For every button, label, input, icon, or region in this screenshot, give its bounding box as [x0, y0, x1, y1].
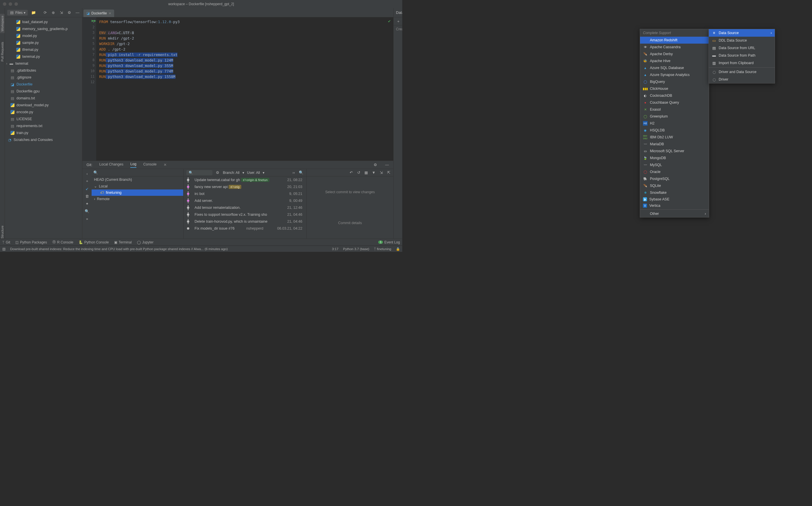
python-icon: [16, 55, 20, 59]
tree-file: train.py: [5, 130, 82, 136]
terminal-icon: ▣: [114, 240, 117, 244]
gear-icon[interactable]: ⚙: [373, 163, 378, 167]
git-tool-window: Git: Local Changes Log Console ✕ ⚙ — ‹ ＋…: [82, 161, 393, 239]
event-badge: 1: [378, 241, 383, 244]
tree-file: model.py: [5, 32, 82, 39]
r-icon: Ⓡ: [52, 240, 56, 245]
gear-icon[interactable]: ⚙: [215, 170, 220, 175]
tree-file: ▤LICENSE: [5, 115, 82, 122]
python-packages-button[interactable]: ◫Python Packages: [15, 240, 47, 244]
python-icon: [10, 103, 14, 107]
tree-file: ▤domains.txt: [5, 95, 82, 102]
search-icon: 🔍: [189, 171, 193, 175]
db-hint-text: Create a data source with: [396, 27, 402, 31]
window-title: workspace – Dockerfile [nshepperd_gpt_2]: [168, 2, 234, 6]
branch-head[interactable]: HEAD (Current Branch): [92, 176, 183, 183]
gutter[interactable]: 123 456 789 101112: [82, 17, 96, 161]
group-icon[interactable]: ▦: [364, 170, 368, 175]
python-console-button[interactable]: 🐍Python Console: [79, 240, 109, 244]
branch-remote[interactable]: ›Remote: [92, 196, 183, 202]
structure-tool-button[interactable]: Structure: [1, 226, 4, 239]
add-datasource-icon[interactable]: ＋: [396, 19, 400, 24]
cherry-pick-icon[interactable]: ↶: [349, 170, 353, 175]
python-icon: [16, 48, 20, 52]
filter-icon[interactable]: ▼: [371, 170, 376, 175]
file-icon: ▤: [10, 75, 15, 80]
branch-icon: ᛘ: [2, 240, 4, 244]
editor-tabbar: ◪ Dockerfile ✕: [82, 8, 393, 17]
git-tab-console[interactable]: Console: [143, 162, 157, 168]
log-search-input[interactable]: 🔍: [187, 170, 212, 175]
database-explorer-panel: Database Explorer ⊕ ⇲ ⇱ ⚙ — ＋ ⧉ ⟳ ✦ ■ ▦ …: [393, 8, 402, 239]
git-button[interactable]: ᛘGit: [2, 240, 10, 244]
add-icon[interactable]: ＋: [85, 179, 89, 183]
chevron-right-icon: ›: [94, 197, 95, 201]
editor-tab[interactable]: ◪ Dockerfile ✕: [83, 9, 114, 17]
package-icon: ◫: [15, 240, 18, 244]
checkout-icon[interactable]: ↙: [85, 186, 89, 191]
interpreter-selector[interactable]: Python 3.7 (base): [343, 247, 369, 251]
expand-icon[interactable]: ⇲: [379, 170, 383, 175]
search-icon[interactable]: 🔍: [85, 209, 89, 214]
cursor-position[interactable]: 3:17: [332, 247, 339, 251]
git-log-list[interactable]: Update twremat.cabal for gh 🏷 origin & f…: [183, 176, 306, 239]
python-icon: [16, 27, 20, 31]
pull-requests-tool-button[interactable]: Pull Requests: [1, 42, 4, 62]
jupyter-button[interactable]: ◯Jupyter: [137, 240, 153, 244]
search-icon[interactable]: 🔍: [93, 170, 98, 175]
gear-icon[interactable]: ⚙: [67, 10, 72, 15]
git-tab-local[interactable]: Local Changes: [99, 162, 123, 168]
inspections-ok-icon[interactable]: ✔: [388, 19, 391, 23]
branch-filter[interactable]: Branch: All: [223, 171, 239, 175]
tree-folder: ›▬twremat: [5, 60, 82, 67]
revert-icon[interactable]: ↺: [356, 170, 361, 175]
scratches-icon: ◔: [7, 138, 12, 142]
lock-icon[interactable]: 🔒: [396, 247, 400, 251]
file-icon: ▤: [10, 68, 15, 73]
target-icon[interactable]: ⊕: [51, 10, 56, 15]
refresh-icon[interactable]: ⟳: [43, 10, 48, 15]
file-icon: ▤: [10, 117, 15, 121]
maximize-window-button[interactable]: [14, 2, 18, 6]
status-menu-icon[interactable]: ▤: [2, 247, 5, 251]
delete-icon[interactable]: 🗑: [85, 194, 89, 198]
more-icon[interactable]: »: [85, 216, 89, 221]
tree-file: download_model.py: [5, 102, 82, 108]
fetch-icon[interactable]: ✦: [85, 201, 89, 206]
more-icon[interactable]: ››: [291, 170, 296, 175]
search-icon[interactable]: 🔍: [299, 170, 303, 175]
branch-finetuning[interactable]: 🏷finetuning: [92, 189, 183, 196]
back-icon[interactable]: ‹: [85, 171, 89, 176]
run-gutter-icon[interactable]: ▶▶: [92, 19, 96, 22]
file-icon: ▤: [10, 123, 15, 128]
event-log-button[interactable]: 1Event Log: [378, 240, 400, 244]
collapse-icon[interactable]: ⇲: [59, 10, 64, 15]
bottom-toolbar: ᛘGit ◫Python Packages ⓇR Console 🐍Python…: [0, 239, 402, 246]
close-tab-icon[interactable]: ✕: [163, 163, 167, 167]
new-folder-icon[interactable]: 📁: [31, 10, 36, 15]
hide-icon[interactable]: —: [385, 163, 389, 167]
python-icon: [16, 20, 20, 24]
chevron-right-icon[interactable]: ›: [6, 62, 7, 66]
close-window-button[interactable]: [3, 2, 6, 6]
collapse-icon[interactable]: ⇱: [386, 170, 391, 175]
r-console-button[interactable]: ⓇR Console: [52, 240, 73, 245]
docker-icon: ◪: [86, 11, 90, 15]
close-tab-icon[interactable]: ✕: [108, 12, 111, 15]
user-filter[interactable]: User: All: [247, 171, 260, 175]
workspace-tool-button[interactable]: Workspace: [0, 14, 5, 33]
hide-panel-icon[interactable]: —: [75, 10, 80, 15]
tree-file: sample.py: [5, 39, 82, 46]
python-icon: [16, 34, 20, 38]
git-branch-status[interactable]: ᛘ finetuning: [374, 247, 391, 251]
status-message[interactable]: Download pre-built shared indexes: Reduc…: [10, 247, 228, 251]
code-editor[interactable]: FROM tensorflow/tensorflow:1.12.0-py3 EN…: [96, 17, 393, 161]
python-icon: [16, 41, 20, 45]
terminal-button[interactable]: ▣Terminal: [114, 240, 132, 244]
python-icon: [10, 110, 14, 114]
minimize-window-button[interactable]: [9, 2, 12, 6]
project-tree[interactable]: load_dataset.py memory_saving_gradients.…: [5, 17, 82, 239]
branch-local[interactable]: ⌄Local: [92, 183, 183, 189]
files-dropdown[interactable]: ▤ Files ▾: [7, 10, 28, 16]
git-tab-log[interactable]: Log: [130, 162, 136, 168]
